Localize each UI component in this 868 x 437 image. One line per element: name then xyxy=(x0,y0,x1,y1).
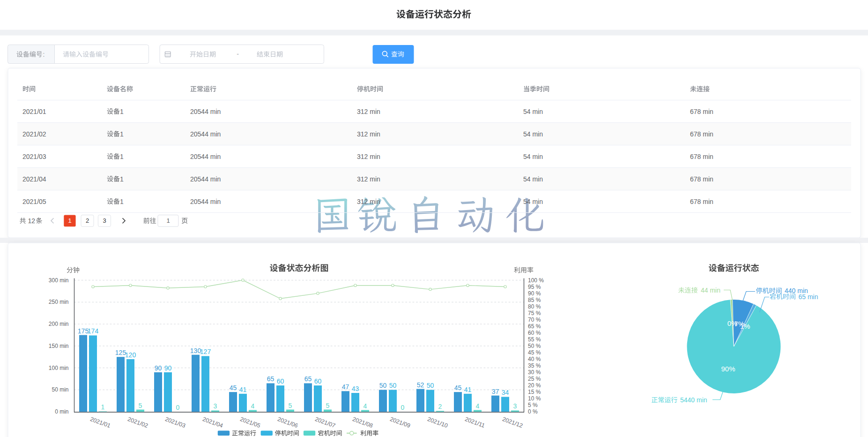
svg-text:44 min: 44 min xyxy=(701,286,720,294)
svg-text:50: 50 xyxy=(389,382,397,389)
svg-text:312 min: 312 min xyxy=(357,130,380,138)
svg-text:90%: 90% xyxy=(721,365,735,373)
svg-text:1%: 1% xyxy=(740,322,750,330)
svg-text:312 min: 312 min xyxy=(357,108,380,115)
svg-text:0 min: 0 min xyxy=(55,408,68,415)
svg-text:60: 60 xyxy=(277,377,284,385)
svg-text:90: 90 xyxy=(155,364,162,372)
svg-text:35 %: 35 % xyxy=(528,362,541,369)
svg-text:0 %: 0 % xyxy=(528,408,538,415)
svg-text:34: 34 xyxy=(502,389,509,396)
svg-text:5 %: 5 % xyxy=(528,402,538,408)
svg-text:70 %: 70 % xyxy=(528,316,541,323)
svg-text:5: 5 xyxy=(289,402,292,409)
svg-text:20 %: 20 % xyxy=(528,382,541,389)
svg-text::: : xyxy=(43,51,45,58)
svg-text:1: 1 xyxy=(101,403,105,411)
svg-text:41: 41 xyxy=(239,386,247,393)
svg-text:90: 90 xyxy=(164,364,172,372)
svg-text:12: 12 xyxy=(28,217,36,225)
svg-text:25 %: 25 % xyxy=(528,376,541,382)
svg-text:15 %: 15 % xyxy=(528,389,541,395)
svg-text:5: 5 xyxy=(326,402,330,409)
svg-text:678 min: 678 min xyxy=(690,198,713,205)
svg-text:54 min: 54 min xyxy=(523,175,543,183)
svg-text:312 min: 312 min xyxy=(357,175,380,183)
svg-text:4: 4 xyxy=(364,402,367,410)
svg-text:2021/02: 2021/02 xyxy=(22,130,46,138)
svg-text:60 %: 60 % xyxy=(528,330,541,336)
svg-text:65 %: 65 % xyxy=(528,323,541,330)
svg-text:250 min: 250 min xyxy=(49,299,69,305)
svg-text:4: 4 xyxy=(476,402,480,410)
svg-text:47: 47 xyxy=(342,383,349,391)
svg-text:100 %: 100 % xyxy=(528,277,544,284)
svg-text:43: 43 xyxy=(352,385,359,392)
svg-text:120: 120 xyxy=(125,351,136,359)
svg-text:65: 65 xyxy=(267,375,274,383)
svg-text:37: 37 xyxy=(492,388,499,395)
svg-text:65: 65 xyxy=(304,375,312,383)
svg-text:678 min: 678 min xyxy=(690,153,713,160)
svg-text:50: 50 xyxy=(379,382,387,389)
svg-text:60: 60 xyxy=(314,377,322,385)
svg-text:300 min: 300 min xyxy=(49,277,69,284)
svg-text:4: 4 xyxy=(251,402,255,410)
svg-text:65 min: 65 min xyxy=(799,293,818,301)
svg-text:95 %: 95 % xyxy=(528,284,541,290)
svg-text:5440 min: 5440 min xyxy=(680,396,707,404)
svg-text:1: 1 xyxy=(68,217,72,224)
svg-text:90 %: 90 % xyxy=(528,290,541,297)
svg-text:678 min: 678 min xyxy=(690,130,713,138)
svg-text:127: 127 xyxy=(200,348,211,355)
svg-text:2021/03: 2021/03 xyxy=(22,153,46,160)
svg-text:0: 0 xyxy=(176,404,180,411)
svg-text:45: 45 xyxy=(230,384,237,392)
svg-text:30 %: 30 % xyxy=(528,369,541,376)
svg-text:3: 3 xyxy=(103,217,106,224)
svg-text:100 min: 100 min xyxy=(49,365,69,371)
svg-text:312 min: 312 min xyxy=(357,153,380,160)
svg-text:174: 174 xyxy=(88,327,99,335)
svg-text:1: 1 xyxy=(120,153,124,160)
svg-text:54 min: 54 min xyxy=(523,108,543,115)
svg-text:45: 45 xyxy=(454,384,462,392)
svg-text:55 %: 55 % xyxy=(528,336,541,343)
svg-text:150 min: 150 min xyxy=(49,343,69,349)
svg-text:80 %: 80 % xyxy=(528,303,541,310)
svg-text:20544 min: 20544 min xyxy=(190,153,221,160)
svg-text:1: 1 xyxy=(120,108,124,115)
svg-text:45 %: 45 % xyxy=(528,349,541,356)
svg-text:41: 41 xyxy=(464,386,472,393)
svg-text:75 %: 75 % xyxy=(528,310,541,316)
svg-text:1: 1 xyxy=(120,175,124,183)
svg-text:2021/01: 2021/01 xyxy=(22,108,46,115)
svg-text:20544 min: 20544 min xyxy=(190,108,221,115)
svg-text:50 min: 50 min xyxy=(52,386,68,393)
svg-text:-: - xyxy=(237,50,239,58)
svg-text:20544 min: 20544 min xyxy=(190,130,221,138)
svg-text:3: 3 xyxy=(513,402,517,410)
svg-text:312 min: 312 min xyxy=(357,198,380,205)
svg-text:10 %: 10 % xyxy=(528,395,541,402)
svg-text:678 min: 678 min xyxy=(690,108,713,115)
svg-text:3: 3 xyxy=(214,402,217,410)
svg-text:54 min: 54 min xyxy=(523,130,543,138)
svg-text:200 min: 200 min xyxy=(49,321,69,327)
svg-text:678 min: 678 min xyxy=(690,175,713,183)
svg-text:85 %: 85 % xyxy=(528,297,541,303)
svg-text:52: 52 xyxy=(417,381,424,389)
svg-text:50: 50 xyxy=(427,382,434,389)
svg-text:20544 min: 20544 min xyxy=(190,175,221,183)
svg-text:40 %: 40 % xyxy=(528,356,541,362)
svg-text:20544 min: 20544 min xyxy=(190,198,221,205)
svg-text:2: 2 xyxy=(438,403,442,410)
svg-text:0: 0 xyxy=(401,404,405,411)
svg-text:2: 2 xyxy=(86,217,89,224)
svg-text:1: 1 xyxy=(120,198,124,205)
svg-text:50 %: 50 % xyxy=(528,343,541,349)
svg-text:54 min: 54 min xyxy=(523,198,543,205)
svg-text:2021/04: 2021/04 xyxy=(22,175,46,183)
svg-text:54 min: 54 min xyxy=(523,153,543,160)
svg-text:1: 1 xyxy=(120,130,124,138)
